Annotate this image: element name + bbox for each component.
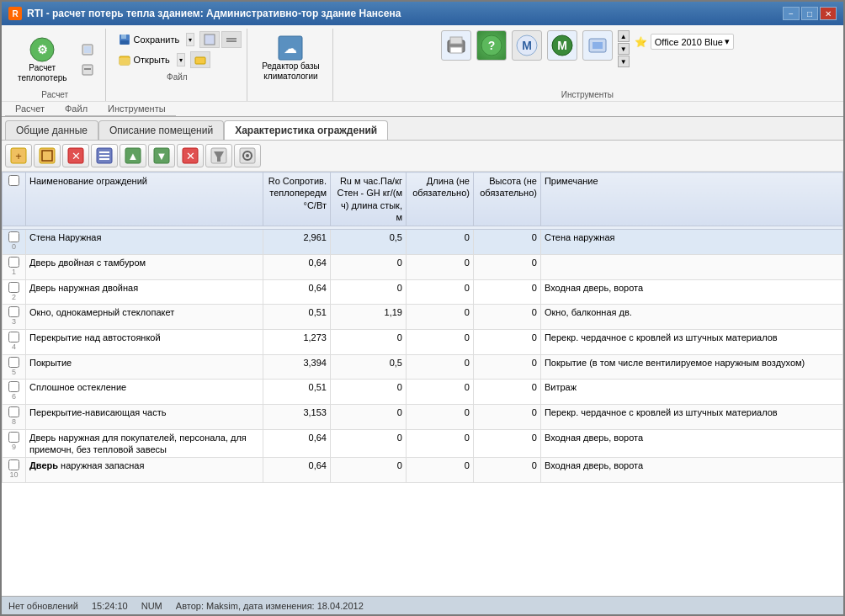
row-checkbox[interactable] [8,357,19,368]
tab-general[interactable]: Общие данные [5,120,98,140]
ribbon-group-calc: ⚙ Расчеттеплопотерь [5,29,106,101]
row-checkbox[interactable] [8,231,19,242]
save-dropdown[interactable]: ▾ [186,33,194,46]
help-button[interactable]: ? [476,30,507,61]
row-len-cell: 0 [406,329,473,354]
restore-button[interactable]: □ [801,7,818,20]
row-checkbox[interactable] [8,406,19,417]
tab-enclosures[interactable]: Характеристика ограждений [224,120,388,140]
svg-text:M: M [522,39,532,52]
svg-text:+: + [15,150,22,162]
svg-rect-9 [205,35,215,45]
ribbon: ⚙ Расчеттеплопотерь [2,25,843,117]
row-height-cell: 0 [473,380,540,405]
table-row[interactable]: 1 Дверь двойная с тамбуром0,64000 [3,254,843,279]
delete-row-button[interactable]: ✕ [62,144,89,167]
row-checkbox[interactable] [8,282,19,293]
table-row[interactable]: 4 Перекрытие над автостоянкой1,273000Пер… [3,329,843,354]
table-row[interactable]: 3 Окно, однокамерный стеклопакет0,511,19… [3,305,843,330]
add-row-button[interactable]: + [5,144,32,167]
row-ro-cell: 0,64 [263,429,330,458]
status-time: 15:24:10 [92,601,128,611]
print-button[interactable] [441,30,471,61]
open-icon [118,53,131,66]
calc-button[interactable]: ⚙ Расчеттеплопотерь [12,32,73,88]
ribbon-tab-calc[interactable]: Расчет [5,102,55,116]
delete-filter-button[interactable]: ✕ [177,144,204,167]
main-tabs: Общие данные Описание помещений Характер… [2,117,843,141]
open-dropdown[interactable]: ▾ [177,53,185,66]
save-button[interactable]: Сохранить [113,30,185,49]
ribbon-small-btn-2[interactable] [77,61,98,79]
row-len-cell: 0 [406,230,473,255]
ribbon-tab-tools[interactable]: Инструменты [98,102,176,116]
status-bar: Нет обновлений 15:24:10 NUM Автор: Maksi… [2,596,843,614]
scroll-up-button[interactable]: ▲ [618,30,630,42]
filter-button[interactable] [205,144,232,167]
row-len-cell: 0 [406,354,473,380]
row-ro-cell: 0,51 [263,380,330,405]
svg-rect-10 [226,38,236,40]
row-height-cell: 0 [473,405,540,430]
row-note-cell [540,254,842,279]
row-check-cell: 5 [3,354,26,380]
ribbon-extra-btn-3[interactable] [190,51,210,68]
table-row[interactable]: 2 Дверь наружная двойная0,64000Входная д… [3,279,843,305]
table-row[interactable]: 6 Сплошное остекление0,51000Витраж [3,380,843,405]
row-note-cell: Окно, балконная дв. [540,305,842,330]
col-header-check [3,173,26,226]
row-height-cell: 0 [473,230,540,255]
minimize-button[interactable]: − [783,7,800,20]
ribbon-extra-btn-1[interactable] [199,31,220,48]
open-button[interactable]: Открыть [113,50,175,69]
table-row[interactable]: 10 Дверь наружная запасная0,64000Входная… [3,458,843,483]
row-checkbox[interactable] [8,381,19,392]
svg-rect-3 [84,46,91,53]
row-ru-cell: 0 [330,429,406,458]
close-button[interactable]: ✕ [820,7,837,20]
ribbon-tab-file[interactable]: Файл [55,102,98,116]
calc-icon: ⚙ [29,36,56,63]
status-mode: NUM [141,601,162,611]
row-checkbox[interactable] [8,332,19,343]
move-down-button[interactable]: ▼ [148,144,175,167]
window-title: RTI - расчет потерь тепла зданием: Админ… [27,8,401,19]
ribbon-scroll: ▲ ▼ ▼ [618,30,630,67]
ribbon-extra-btn-2[interactable] [221,31,242,48]
export-button[interactable] [582,30,613,61]
table-container[interactable]: Наименование ограждений Ro Сопротив. теп… [2,172,843,596]
col-header-height: Высота (не обязательно) [473,173,540,226]
scroll-mid-button[interactable]: ▼ [618,43,630,55]
svg-rect-7 [121,35,126,39]
scroll-down-button[interactable]: ▼ [618,56,630,67]
row-check-cell: 0 [3,230,26,255]
klimat-button[interactable]: ☁ Редактор базыклиматологии [256,30,326,86]
row-num: 4 [12,343,16,353]
row-checkbox[interactable] [8,432,19,443]
ribbon-toolbar: ⚙ Расчеттеплопотерь [2,25,843,101]
table-row[interactable]: 9 Дверь наружная для покупателей, персон… [3,429,843,458]
ribbon-small-btn-1[interactable] [77,40,98,59]
svg-rect-13 [120,58,130,65]
select-all-checkbox[interactable] [8,175,19,186]
tab-rooms[interactable]: Описание помещений [98,120,224,140]
row-ru-cell: 0,5 [330,230,406,255]
move-up-button[interactable]: ▲ [120,144,146,167]
table-row[interactable]: 8 Перекрытие-нависающая часть3,153000Пер… [3,405,843,430]
edit-struct-button[interactable] [91,144,118,167]
row-name-cell: Окно, однокамерный стеклопакет [26,305,263,330]
row-check-cell: 9 [3,429,26,458]
settings-button[interactable] [234,144,261,167]
row-height-cell: 0 [473,354,540,380]
green-m-button[interactable]: M [547,30,577,61]
app-icon: R [8,7,22,20]
theme-dropdown[interactable]: Office 2010 Blue ▾ [651,34,734,50]
title-bar: R RTI - расчет потерь тепла зданием: Адм… [2,2,843,25]
row-checkbox[interactable] [8,257,19,268]
row-checkbox[interactable] [8,306,19,317]
row-checkbox[interactable] [8,459,19,470]
table-row[interactable]: 5 Покрытие3,3940,500Покрытие (в том числ… [3,354,843,380]
m-button[interactable]: M [512,30,542,61]
table-row[interactable]: 0 Стена Наружная2,9610,500Стена наружная [3,230,843,255]
add-copy-button[interactable] [34,144,61,167]
